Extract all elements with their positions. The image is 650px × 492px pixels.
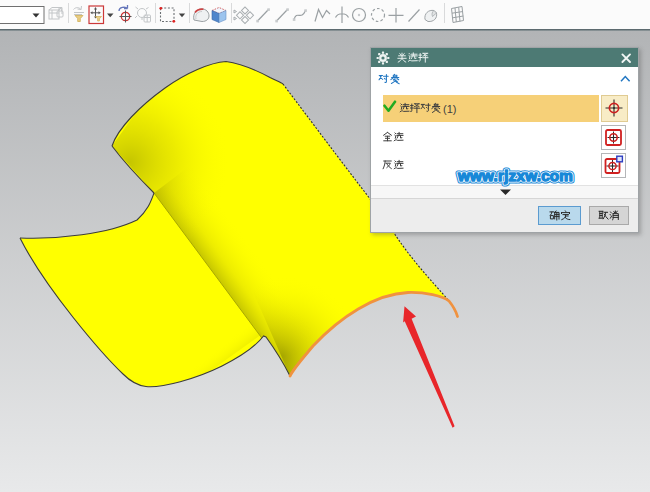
svg-text:www.rjzxw.com: www.rjzxw.com [457, 167, 573, 184]
svg-text:(1): (1) [443, 103, 456, 115]
